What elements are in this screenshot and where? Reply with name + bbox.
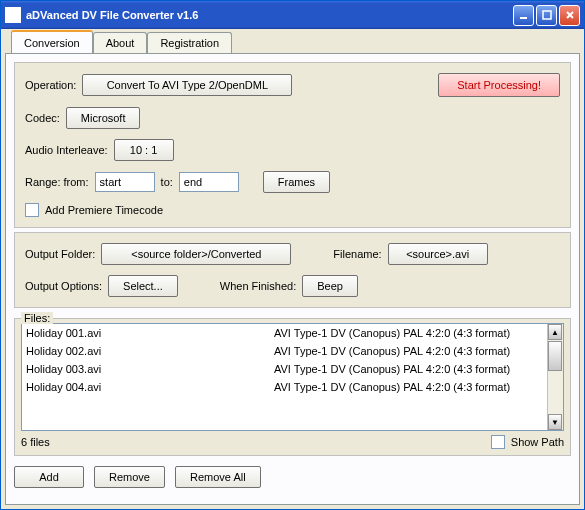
scroll-thumb[interactable] (548, 341, 562, 371)
operation-panel: Operation: Convert To AVI Type 2/OpenDML… (14, 62, 571, 228)
operation-select[interactable]: Convert To AVI Type 2/OpenDML (82, 74, 292, 96)
remove-button[interactable]: Remove (94, 466, 165, 488)
frames-button[interactable]: Frames (263, 171, 330, 193)
start-label: Start Processing! (457, 79, 541, 91)
list-item[interactable]: Holiday 002.aviAVI Type-1 DV (Canopus) P… (22, 342, 547, 360)
filename-value: <source>.avi (406, 248, 469, 260)
minimize-button[interactable] (513, 5, 534, 26)
beep-button[interactable]: Beep (302, 275, 358, 297)
file-name: Holiday 002.avi (26, 345, 274, 357)
interleave-value: 10 : 1 (130, 144, 158, 156)
maximize-button[interactable] (536, 5, 557, 26)
list-content: Holiday 001.aviAVI Type-1 DV (Canopus) P… (22, 324, 547, 430)
tab-label: About (106, 37, 135, 49)
range-from-label: Range: from: (25, 176, 89, 188)
file-desc: AVI Type-1 DV (Canopus) PAL 4:2:0 (4:3 f… (274, 363, 543, 375)
codec-select[interactable]: Microsoft (66, 107, 141, 129)
timecode-checkbox[interactable] (25, 203, 39, 217)
output-options-label: Output Options: (25, 280, 102, 292)
output-panel: Output Folder: <source folder>/Converted… (14, 232, 571, 308)
window-title: aDVanced DV File Converter v1.6 (26, 9, 513, 21)
file-name: Holiday 001.avi (26, 327, 274, 339)
file-desc: AVI Type-1 DV (Canopus) PAL 4:2:0 (4:3 f… (274, 327, 543, 339)
app-window: aDVanced DV File Converter v1.6 Conversi… (0, 0, 585, 510)
window-controls (513, 5, 580, 26)
remove-all-label: Remove All (190, 471, 246, 483)
range-start-input[interactable] (95, 172, 155, 192)
select-label: Select... (123, 280, 163, 292)
tab-registration[interactable]: Registration (147, 32, 232, 53)
filename-button[interactable]: <source>.avi (388, 243, 488, 265)
list-item[interactable]: Holiday 003.aviAVI Type-1 DV (Canopus) P… (22, 360, 547, 378)
timecode-label: Add Premiere Timecode (45, 204, 163, 216)
operation-label: Operation: (25, 79, 76, 91)
files-listbox[interactable]: Holiday 001.aviAVI Type-1 DV (Canopus) P… (21, 323, 564, 431)
file-name: Holiday 004.avi (26, 381, 274, 393)
when-finished-label: When Finished: (220, 280, 296, 292)
remove-label: Remove (109, 471, 150, 483)
remove-all-button[interactable]: Remove All (175, 466, 261, 488)
svg-rect-1 (543, 11, 551, 19)
tabstrip: Conversion About Registration (1, 29, 584, 53)
tab-body: Operation: Convert To AVI Type 2/OpenDML… (5, 53, 580, 505)
files-label: Files: (21, 312, 53, 324)
list-item[interactable]: Holiday 004.aviAVI Type-1 DV (Canopus) P… (22, 378, 547, 396)
range-end-input[interactable] (179, 172, 239, 192)
interleave-select[interactable]: 10 : 1 (114, 139, 174, 161)
file-count: 6 files (21, 436, 50, 448)
codec-value: Microsoft (81, 112, 126, 124)
operation-value: Convert To AVI Type 2/OpenDML (107, 79, 268, 91)
beep-label: Beep (317, 280, 343, 292)
svg-rect-0 (520, 17, 527, 19)
show-path-checkbox[interactable] (491, 435, 505, 449)
codec-label: Codec: (25, 112, 60, 124)
output-folder-label: Output Folder: (25, 248, 95, 260)
tab-label: Conversion (24, 37, 80, 49)
list-item[interactable]: Holiday 001.aviAVI Type-1 DV (Canopus) P… (22, 324, 547, 342)
close-button[interactable] (559, 5, 580, 26)
select-button[interactable]: Select... (108, 275, 178, 297)
action-row: Add Remove Remove All (14, 466, 571, 488)
range-to-label: to: (161, 176, 173, 188)
interleave-label: Audio Interleave: (25, 144, 108, 156)
add-label: Add (39, 471, 59, 483)
scroll-down-button[interactable]: ▼ (548, 414, 562, 430)
frames-label: Frames (278, 176, 315, 188)
file-name: Holiday 003.avi (26, 363, 274, 375)
file-desc: AVI Type-1 DV (Canopus) PAL 4:2:0 (4:3 f… (274, 345, 543, 357)
show-path-label: Show Path (511, 436, 564, 448)
app-icon (5, 7, 21, 23)
scrollbar: ▲ ▼ (547, 324, 563, 430)
start-processing-button[interactable]: Start Processing! (438, 73, 560, 97)
tab-conversion[interactable]: Conversion (11, 30, 93, 53)
files-panel: Files: Holiday 001.aviAVI Type-1 DV (Can… (14, 318, 571, 456)
filename-label: Filename: (333, 248, 381, 260)
tab-about[interactable]: About (93, 32, 148, 53)
tab-label: Registration (160, 37, 219, 49)
add-button[interactable]: Add (14, 466, 84, 488)
output-folder-button[interactable]: <source folder>/Converted (101, 243, 291, 265)
file-desc: AVI Type-1 DV (Canopus) PAL 4:2:0 (4:3 f… (274, 381, 543, 393)
output-folder-value: <source folder>/Converted (131, 248, 261, 260)
scroll-up-button[interactable]: ▲ (548, 324, 562, 340)
titlebar: aDVanced DV File Converter v1.6 (1, 1, 584, 29)
